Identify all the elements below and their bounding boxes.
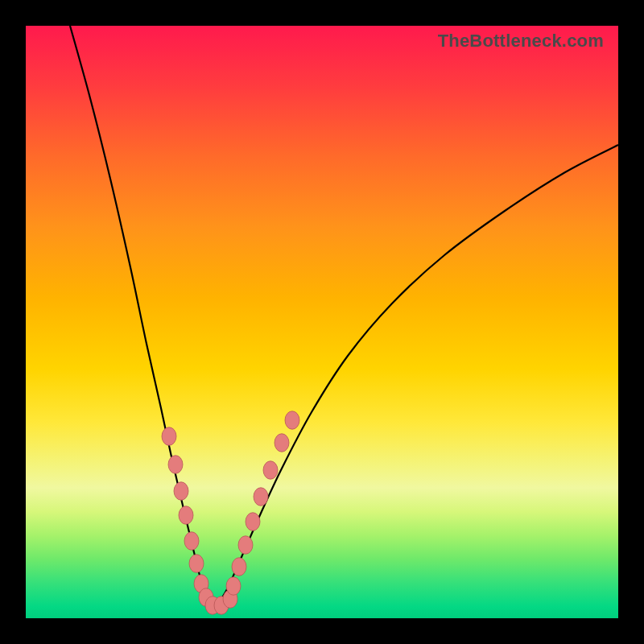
marker-dot — [254, 488, 268, 506]
chart-svg — [26, 26, 618, 618]
marker-dot — [232, 558, 246, 576]
marker-dot — [162, 427, 176, 446]
marker-dot — [246, 513, 260, 531]
marker-dot — [174, 482, 188, 501]
marker-dot — [285, 411, 299, 430]
marker-dot — [226, 577, 241, 596]
marker-dot — [275, 434, 289, 452]
marker-dot — [263, 461, 278, 480]
marker-dot — [189, 555, 204, 573]
chart-frame: TheBottleneck.com — [0, 0, 644, 644]
marker-dot — [238, 536, 253, 555]
plot-area: TheBottleneck.com — [26, 26, 618, 618]
marker-dot — [184, 532, 199, 551]
right-curve — [216, 145, 618, 607]
marker-dots — [162, 411, 299, 615]
marker-dot — [179, 506, 193, 525]
marker-dot — [168, 456, 183, 474]
